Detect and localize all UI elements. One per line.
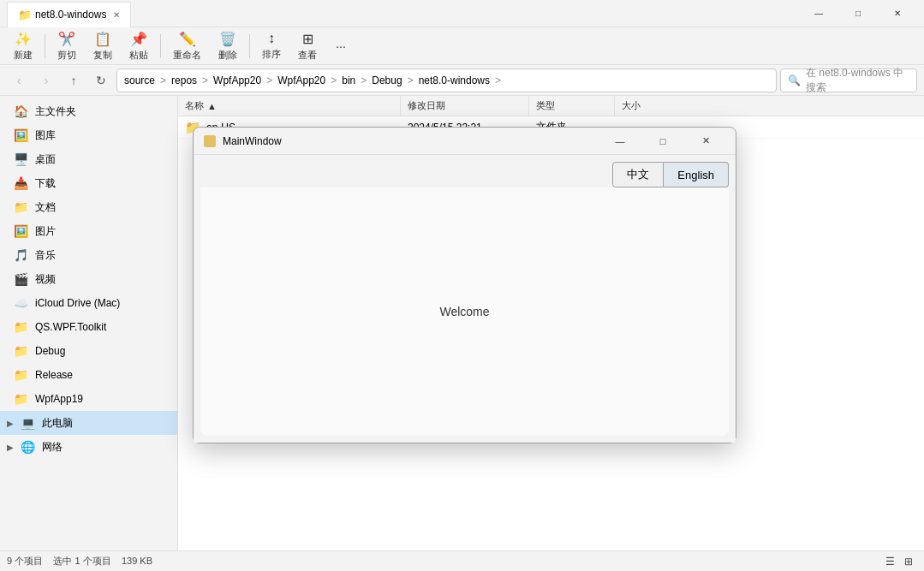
forward-button[interactable]: › bbox=[34, 68, 58, 92]
sidebar-label-music: 音乐 bbox=[35, 248, 153, 263]
new-button[interactable]: ✨ 新建 bbox=[7, 29, 39, 63]
more-button[interactable]: ··· bbox=[327, 33, 355, 60]
maximize-button[interactable]: □ bbox=[838, 0, 878, 27]
search-box[interactable]: 🔍 在 net8.0-windows 中搜索 bbox=[780, 68, 917, 92]
paste-button[interactable]: 📌 粘贴 bbox=[122, 29, 155, 63]
sidebar-label-desktop: 桌面 bbox=[35, 152, 153, 167]
path-segment-repos[interactable]: repos bbox=[171, 74, 197, 86]
network-icon: 🌐 bbox=[21, 440, 35, 454]
minimize-button[interactable]: — bbox=[799, 0, 838, 27]
rename-icon: ✏️ bbox=[179, 31, 196, 47]
thispc-icon: 💻 bbox=[21, 416, 35, 430]
col-header-name[interactable]: 名称 ▲ bbox=[178, 96, 401, 116]
selected-size: 139 KB bbox=[122, 556, 152, 566]
dialog-body: 中文 English Welcome bbox=[194, 155, 736, 443]
cut-button[interactable]: ✂️ 剪切 bbox=[51, 29, 83, 63]
close-button[interactable]: ✕ bbox=[878, 0, 917, 27]
status-left: 9 个项目 选中 1 个项目 139 KB bbox=[7, 555, 152, 568]
sidebar: 🏠 主文件夹 📌 🖼️ 图库 📌 🖥️ 桌面 📌 📥 下载 📌 📁 文档 📌 🖼… bbox=[0, 96, 178, 550]
col-header-size[interactable]: 大小 bbox=[615, 96, 683, 116]
sidebar-label-downloads: 下载 bbox=[35, 176, 153, 191]
toolbar: ✨ 新建 ✂️ 剪切 📋 复制 📌 粘贴 ✏️ 重命名 🗑️ 删除 ↕️ 排序 … bbox=[0, 27, 924, 65]
dialog-close-button[interactable]: ✕ bbox=[686, 129, 725, 153]
path-segment-wpfapp1[interactable]: WpfApp20 bbox=[213, 74, 261, 86]
title-tab[interactable]: 📁 net8.0-windows ✕ bbox=[7, 2, 131, 27]
back-button[interactable]: ‹ bbox=[7, 68, 31, 92]
col-header-type[interactable]: 类型 bbox=[529, 96, 615, 116]
wpfapp19-icon: 📁 bbox=[14, 392, 28, 406]
sidebar-item-videos[interactable]: 🎬 视频 📌 bbox=[0, 267, 177, 291]
sidebar-item-debug[interactable]: 📁 Debug bbox=[0, 339, 177, 363]
delete-label: 删除 bbox=[218, 49, 237, 62]
dialog-minimize-button[interactable]: — bbox=[600, 129, 640, 153]
status-right: ☰ ⊞ bbox=[881, 553, 917, 570]
release-folder-icon: 📁 bbox=[14, 368, 28, 382]
sidebar-item-icloud[interactable]: ☁️ iCloud Drive (Mac) 📌 bbox=[0, 291, 177, 315]
rename-label: 重命名 bbox=[173, 49, 201, 62]
copy-icon: 📋 bbox=[94, 31, 111, 47]
list-view-button[interactable]: ☰ bbox=[881, 553, 898, 570]
toolbar-separator-2 bbox=[160, 34, 161, 58]
col-header-date[interactable]: 修改日期 bbox=[401, 96, 529, 116]
copy-button[interactable]: 📋 复制 bbox=[86, 29, 119, 63]
search-icon: 🔍 bbox=[788, 74, 801, 86]
tab-close-button[interactable]: ✕ bbox=[113, 10, 120, 20]
dialog-lang-buttons: 中文 English bbox=[612, 162, 729, 187]
sidebar-item-desktop[interactable]: 🖥️ 桌面 📌 bbox=[0, 147, 177, 171]
file-header: 名称 ▲ 修改日期 类型 大小 bbox=[178, 96, 924, 116]
cut-icon: ✂️ bbox=[58, 31, 75, 47]
lang-chinese-button[interactable]: 中文 bbox=[612, 162, 664, 187]
new-label: 新建 bbox=[14, 49, 33, 62]
item-count: 9 个项目 bbox=[7, 556, 43, 566]
sidebar-label-debug: Debug bbox=[35, 345, 170, 357]
sidebar-item-documents[interactable]: 📁 文档 📌 bbox=[0, 195, 177, 219]
qswpf-icon: 📁 bbox=[14, 320, 28, 334]
toolbar-separator-3 bbox=[249, 34, 250, 58]
sidebar-label-gallery: 图库 bbox=[35, 128, 153, 143]
network-arrow-icon: ▶ bbox=[7, 443, 14, 452]
paste-label: 粘贴 bbox=[129, 49, 148, 62]
documents-icon: 📁 bbox=[14, 200, 28, 214]
delete-button[interactable]: 🗑️ 删除 bbox=[212, 29, 244, 63]
lang-english-button[interactable]: English bbox=[664, 162, 729, 187]
refresh-button[interactable]: ↻ bbox=[89, 68, 113, 92]
rename-button[interactable]: ✏️ 重命名 bbox=[166, 29, 208, 63]
grid-view-button[interactable]: ⊞ bbox=[900, 553, 917, 570]
address-path[interactable]: source > repos > WpfApp20 > WpfApp20 > b… bbox=[116, 68, 777, 92]
sidebar-item-gallery[interactable]: 🖼️ 图库 📌 bbox=[0, 123, 177, 147]
search-placeholder: 在 net8.0-windows 中搜索 bbox=[806, 66, 909, 95]
sidebar-item-qswpf[interactable]: 📁 QS.WPF.Toolkit bbox=[0, 315, 177, 339]
selected-info: 选中 1 个项目 bbox=[53, 556, 110, 566]
sort-label: 排序 bbox=[262, 48, 281, 61]
view-button[interactable]: ⊞ 查看 bbox=[291, 29, 324, 63]
sidebar-label-pictures: 图片 bbox=[35, 224, 153, 239]
new-icon: ✨ bbox=[15, 31, 32, 47]
path-segment-debug[interactable]: Debug bbox=[372, 74, 402, 86]
desktop-icon: 🖥️ bbox=[14, 152, 28, 166]
up-button[interactable]: ↑ bbox=[62, 68, 86, 92]
sidebar-item-release[interactable]: 📁 Release bbox=[0, 363, 177, 387]
sidebar-item-thispc[interactable]: ▶ 💻 此电脑 bbox=[0, 411, 177, 435]
sidebar-label-icloud: iCloud Drive (Mac) bbox=[35, 297, 153, 309]
sidebar-item-pictures[interactable]: 🖼️ 图片 📌 bbox=[0, 219, 177, 243]
window-controls: — □ ✕ bbox=[799, 0, 917, 27]
col-sort-icon: ▲ bbox=[207, 101, 217, 111]
path-segment-net8[interactable]: net8.0-windows bbox=[419, 74, 490, 86]
thispc-arrow-icon: ▶ bbox=[7, 419, 14, 428]
dialog-maximize-button[interactable]: □ bbox=[643, 129, 683, 153]
cut-label: 剪切 bbox=[57, 49, 76, 62]
path-segment-wpfapp2[interactable]: WpfApp20 bbox=[277, 74, 325, 86]
paste-icon: 📌 bbox=[130, 31, 147, 47]
view-label: 查看 bbox=[298, 49, 317, 62]
sidebar-item-network[interactable]: ▶ 🌐 网络 bbox=[0, 435, 177, 459]
sidebar-item-music[interactable]: 🎵 音乐 📌 bbox=[0, 243, 177, 267]
path-segment-source[interactable]: source bbox=[124, 74, 155, 86]
col-date-label: 修改日期 bbox=[408, 99, 445, 112]
sort-button[interactable]: ↕️ 排序 bbox=[255, 29, 288, 63]
address-bar: ‹ › ↑ ↻ source > repos > WpfApp20 > WpfA… bbox=[0, 65, 924, 96]
sidebar-item-home[interactable]: 🏠 主文件夹 📌 bbox=[0, 99, 177, 123]
sidebar-item-downloads[interactable]: 📥 下载 📌 bbox=[0, 171, 177, 195]
path-segment-bin[interactable]: bin bbox=[342, 74, 355, 86]
sidebar-item-wpfapp19[interactable]: 📁 WpfApp19 bbox=[0, 387, 177, 411]
sidebar-label-release: Release bbox=[35, 369, 170, 381]
